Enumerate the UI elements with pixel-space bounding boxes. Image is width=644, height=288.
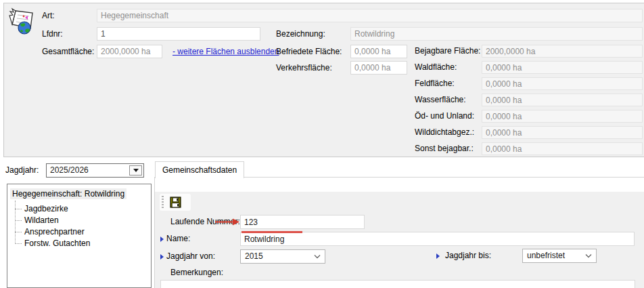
toolbar-grip-handle[interactable] bbox=[162, 196, 164, 209]
gesamtflaeche-label: Gesamtfläche: bbox=[42, 45, 94, 58]
art-label: Art: bbox=[42, 9, 55, 22]
tree-connector-vertical bbox=[15, 201, 16, 244]
chevron-down-icon bbox=[314, 255, 321, 259]
waldflaeche-field: 0,0000 ha bbox=[482, 61, 643, 74]
lfdnr-label: Lfdnr: bbox=[42, 27, 63, 41]
tree-connector bbox=[15, 220, 22, 221]
jagdjahr-combobox-value: 2025/2026 bbox=[50, 165, 89, 175]
jagdjahr-bis-value: unbefristet bbox=[527, 251, 565, 260]
tree-item-jagdbezirke[interactable]: Jagdbezirke bbox=[24, 204, 68, 214]
art-field: Hegegemeinschaft bbox=[97, 9, 643, 22]
app-canvas: Art: Hegegemeinschaft Lfdnr: Bezeichnung… bbox=[0, 0, 644, 288]
jagdjahr-bis-label: Jagdjahr bis: bbox=[445, 249, 491, 263]
verkehrsflaeche-input[interactable] bbox=[350, 61, 407, 75]
tree-item-ansprechpartner[interactable]: Ansprechpartner bbox=[24, 227, 85, 237]
feldflaeche-label: Feldfläche: bbox=[415, 77, 455, 90]
laufende-nummer-input[interactable] bbox=[240, 215, 365, 229]
wasserflaeche-label: Wasserfläche: bbox=[415, 94, 466, 106]
oed-und-unland-field: 0,0000 ha bbox=[482, 110, 643, 123]
tree-connector bbox=[15, 243, 22, 244]
jagdjahr-combobox[interactable]: 2025/2026 bbox=[46, 163, 144, 178]
chevron-down-icon bbox=[585, 254, 592, 258]
tree-connector bbox=[15, 209, 22, 209]
toolbar bbox=[160, 194, 191, 211]
jagdjahr-label: Jagdjahr: bbox=[5, 163, 39, 178]
save-button[interactable] bbox=[168, 196, 183, 209]
field-marker-icon bbox=[436, 253, 440, 259]
tree-item-wildarten[interactable]: Wildarten bbox=[24, 215, 59, 226]
navigation-tree: Hegegemeinschaft: Rotwildring Jagdbezirk… bbox=[7, 184, 152, 288]
name-label: Name: bbox=[166, 232, 190, 246]
jagdjahr-von-label: Jagdjahr von: bbox=[166, 249, 215, 264]
jagdjahr-von-select[interactable]: 2015 bbox=[240, 249, 325, 264]
befriedete-flaeche-input[interactable] bbox=[350, 45, 407, 58]
oed-und-unland-label: Öd- und Unland: bbox=[415, 110, 474, 123]
bejagbare-flaeche-field: 2000,0000 ha bbox=[482, 45, 643, 58]
bejagbare-flaeche-label: Bejagbare Fläche: bbox=[415, 45, 480, 58]
tree-root-hegegemeinschaft[interactable]: Hegegemeinschaft: Rotwildring bbox=[10, 188, 127, 199]
bezeichnung-field: Rotwildring bbox=[350, 27, 643, 41]
toggle-flaechen-link[interactable]: - weitere Flächen ausblenden bbox=[172, 47, 279, 56]
lfdnr-input[interactable] bbox=[97, 27, 260, 41]
waldflaeche-label: Waldfläche: bbox=[415, 61, 457, 74]
save-icon bbox=[170, 197, 181, 208]
annotation-arrow bbox=[215, 218, 239, 226]
tree-connector bbox=[15, 232, 22, 232]
jagdjahr-dropdown-button[interactable] bbox=[129, 165, 142, 176]
dropdown-arrow-icon bbox=[133, 169, 139, 172]
jagdjahr-bis-select[interactable]: unbefristet bbox=[522, 249, 597, 263]
wilddichtabgez-field: 0,0000 ha bbox=[482, 126, 643, 139]
bemerkungen-label: Bemerkungen: bbox=[170, 266, 223, 279]
gesamtflaeche-input[interactable] bbox=[97, 45, 162, 58]
map-globe-icon bbox=[7, 7, 38, 38]
field-marker-icon bbox=[160, 236, 164, 242]
field-marker-icon bbox=[160, 254, 164, 260]
name-input[interactable] bbox=[240, 232, 635, 246]
sonst-bejagbar-field: 0,0000 ha bbox=[482, 142, 643, 155]
annotation-underline bbox=[242, 231, 302, 233]
verkehrsflaeche-label: Verkehrsfläche: bbox=[276, 61, 332, 75]
bemerkungen-textarea[interactable] bbox=[160, 280, 635, 288]
befriedete-flaeche-label: Befriedete Fläche: bbox=[276, 45, 342, 58]
bezeichnung-label: Bezeichnung: bbox=[276, 27, 325, 41]
jagdjahr-von-value: 2015 bbox=[245, 251, 263, 261]
tab-gemeinschaftsdaten[interactable]: Gemeinschaftsdaten bbox=[155, 161, 244, 178]
tree-item-forstw-gutachten[interactable]: Forstw. Gutachten bbox=[24, 239, 90, 249]
wilddichtabgez-label: Wilddichtabgez.: bbox=[415, 126, 474, 139]
sonst-bejagbar-label: Sonst bejagbar.: bbox=[415, 142, 474, 155]
wasserflaeche-field: 0,0000 ha bbox=[482, 94, 643, 106]
feldflaeche-field: 0,0000 ha bbox=[482, 77, 643, 90]
